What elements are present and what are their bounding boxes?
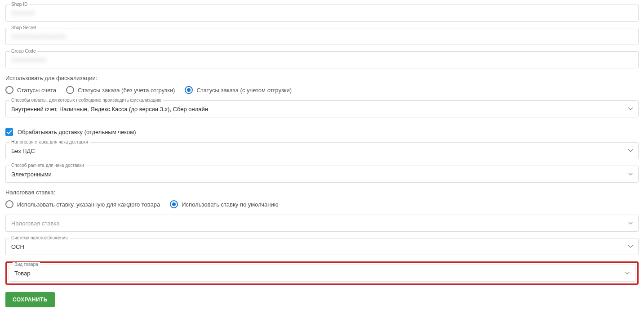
radio-label: Использовать ставку, указанную для каждо… (17, 201, 160, 208)
tax-rate-radio-group: Использовать ставку, указанную для каждо… (5, 200, 639, 208)
delivery-tax-rate-value: Без НДС (11, 147, 623, 155)
payment-methods-select[interactable]: Способы оплаты, для которых необходимо п… (5, 100, 639, 117)
fiscal-radio-invoice-status[interactable]: Статусы счета (5, 86, 56, 94)
product-type-label: Вид товара (13, 262, 40, 267)
product-type-highlight: Вид товара Товар (5, 261, 639, 285)
delivery-pay-method-select[interactable]: Способ расчета для чека доставки Электро… (5, 166, 639, 183)
dropdown-icon (628, 245, 633, 248)
tax-system-label: Система налогообложения (9, 235, 70, 241)
save-button[interactable]: Сохранить (5, 292, 55, 307)
tax-rate-radio-per-item[interactable]: Использовать ставку, указанную для каждо… (5, 200, 160, 208)
fiscalization-radio-group: Статусы счета Статусы заказа (без учета … (5, 86, 639, 94)
group-code-label: Group Code (9, 49, 37, 54)
radio-label: Использовать ставку по умолчанию (182, 201, 278, 208)
radio-icon (170, 200, 178, 208)
shop-secret-label: Shop Secret (9, 25, 38, 31)
radio-icon (185, 86, 193, 94)
tax-rate-select[interactable]: Налоговая ставка (5, 215, 639, 232)
dropdown-icon (628, 108, 633, 110)
tax-system-value: ОСН (11, 243, 623, 251)
checkbox-icon (5, 128, 13, 136)
delivery-pay-method-label: Способ расчета для чека доставки (9, 163, 86, 168)
delivery-tax-rate-label: Налоговая ставка для чека доставки (9, 139, 90, 145)
radio-icon (5, 200, 13, 208)
tax-system-select[interactable]: Система налогообложения ОСН (5, 238, 639, 255)
fiscal-radio-order-status-with-ship[interactable]: Статусы заказа (с учетом отгрузки) (185, 86, 292, 94)
delivery-pay-method-value: Электронными (11, 171, 623, 179)
radio-label: Статусы счета (17, 87, 56, 94)
shop-id-value: XXXXXX (11, 9, 633, 18)
radio-icon (5, 86, 13, 94)
dropdown-icon (628, 173, 633, 175)
shop-secret-value: XXXXXXXXXXXXXX (11, 33, 633, 41)
process-delivery-checkbox[interactable]: Обрабатывать доставку (отдельным чеком) (5, 128, 639, 136)
product-type-value: Товар (14, 270, 620, 278)
shop-id-field[interactable]: Shop ID XXXXXX (5, 4, 639, 22)
radio-label: Статусы заказа (с учетом отгрузки) (196, 87, 292, 94)
tax-rate-placeholder: Налоговая ставка (11, 220, 623, 228)
tax-rate-radio-default[interactable]: Использовать ставку по умолчанию (170, 200, 278, 208)
fiscalization-section-label: Использовать для фискализации: (5, 75, 639, 81)
radio-icon (66, 86, 74, 94)
shop-secret-field[interactable]: Shop Secret XXXXXXXXXXXXXX (5, 28, 639, 45)
radio-label: Статусы заказа (без учета отгрузки) (78, 87, 175, 94)
tax-rate-section-label: Налоговая ставка: (5, 189, 639, 196)
dropdown-icon (628, 222, 633, 225)
group-code-field[interactable]: Group Code XXXXXXXXX (5, 51, 639, 68)
product-type-select[interactable]: Вид товара Товар (9, 265, 635, 282)
fiscal-radio-order-status-no-ship[interactable]: Статусы заказа (без учета отгрузки) (66, 86, 175, 94)
shop-id-label: Shop ID (9, 2, 29, 7)
delivery-tax-rate-select[interactable]: Налоговая ставка для чека доставки Без Н… (5, 142, 639, 159)
dropdown-icon (625, 272, 630, 274)
payment-methods-label: Способы оплаты, для которых необходимо п… (9, 98, 163, 103)
process-delivery-label: Обрабатывать доставку (отдельным чеком) (18, 129, 136, 135)
dropdown-icon (628, 149, 633, 152)
payment-methods-value: Внутренний счет, Наличные, Яндекс.Касса … (11, 105, 623, 113)
group-code-value: XXXXXXXXX (11, 56, 633, 64)
